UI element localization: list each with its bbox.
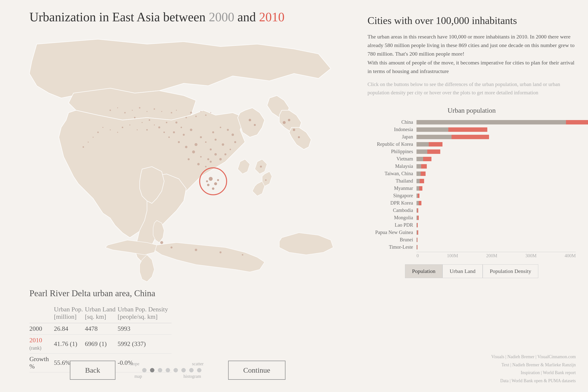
bar-country-label: Myanmar <box>368 186 416 191</box>
description: The urban areas in this research have 10… <box>368 32 576 76</box>
nav-dot-7[interactable] <box>189 368 194 372</box>
row-growth-label: Growth % <box>30 354 54 372</box>
bar-track <box>416 200 576 206</box>
svg-point-8 <box>210 148 212 150</box>
col-pop: Urban Pop.[million] <box>54 306 85 323</box>
bar-2010 <box>418 216 419 220</box>
bar-row[interactable]: Brunei <box>368 237 576 242</box>
bar-row[interactable]: China <box>368 119 576 125</box>
svg-point-35 <box>142 122 142 123</box>
bar-row[interactable]: Timor-Leste <box>368 244 576 250</box>
bar-2000 <box>416 186 419 190</box>
btn-population[interactable]: Population <box>405 264 442 278</box>
bar-track <box>416 127 576 132</box>
svg-point-68 <box>206 180 208 182</box>
svg-point-50 <box>254 124 256 126</box>
svg-point-84 <box>161 111 162 112</box>
svg-point-44 <box>102 127 104 128</box>
nav-dot-1[interactable] <box>142 368 146 372</box>
bar-2010 <box>419 186 422 190</box>
nav-sublabel-middle <box>142 374 184 379</box>
title-prefix: Urbanization in East Asia between <box>30 10 209 24</box>
bar-row[interactable]: Papua New Guinea <box>368 230 576 235</box>
svg-point-79 <box>124 112 126 114</box>
nav-sublabel-end <box>201 374 214 379</box>
map-svg <box>0 24 355 289</box>
title-year2: 2010 <box>259 10 284 24</box>
svg-point-80 <box>132 110 133 111</box>
btn-population-density[interactable]: Population Density <box>483 264 538 278</box>
svg-point-21 <box>214 139 216 141</box>
nav-dot-5[interactable] <box>174 368 178 372</box>
bar-row[interactable]: Republic of Korea <box>368 141 576 147</box>
bar-2010 <box>429 142 442 146</box>
nav-dot-4[interactable] <box>166 368 170 372</box>
row-land-2010: 6969 (1) <box>85 335 118 354</box>
svg-point-61 <box>160 241 163 244</box>
bar-row[interactable]: Thailand <box>368 178 576 184</box>
svg-point-72 <box>200 111 202 112</box>
nav-sublabel-spacer <box>130 374 134 379</box>
bar-country-label: Timor-Leste <box>368 244 416 250</box>
bar-row[interactable]: Philippines <box>368 149 576 154</box>
bar-row[interactable]: Lao PDR <box>368 222 576 228</box>
bar-row[interactable]: Mongolia <box>368 215 576 220</box>
svg-point-31 <box>158 126 160 128</box>
bar-chart: ChinaIndonesiaJapanRepublic of KoreaPhil… <box>368 119 576 250</box>
navigation: Back slope scatter <box>70 361 286 380</box>
svg-point-4 <box>194 143 198 146</box>
svg-point-12 <box>192 150 195 153</box>
svg-point-42 <box>117 132 118 133</box>
svg-point-29 <box>168 136 170 138</box>
continue-button[interactable]: Continue <box>228 361 286 380</box>
bar-row[interactable]: Indonesia <box>368 127 576 132</box>
bar-2010 <box>421 172 426 176</box>
bar-2010 <box>417 245 418 250</box>
bar-track <box>416 230 576 235</box>
credits: Visuals | Nadieh Bremer | VisualCinnamon… <box>491 353 576 385</box>
svg-point-45 <box>97 132 99 133</box>
nav-dot-8[interactable] <box>197 368 202 372</box>
title-connector: and <box>234 10 259 24</box>
nav-dot-6[interactable] <box>181 368 186 372</box>
svg-point-15 <box>205 166 206 167</box>
nav-dot-3[interactable] <box>158 368 162 372</box>
svg-point-53 <box>293 128 295 131</box>
description-hint: Click on the buttons below to see the di… <box>368 80 576 97</box>
title-year1: 2000 <box>209 10 234 24</box>
row-pop-2000: 26.84 <box>54 323 85 335</box>
bar-track <box>416 237 576 242</box>
bar-row[interactable]: Japan <box>368 134 576 140</box>
bar-row[interactable]: Myanmar <box>368 186 576 191</box>
btn-urban-land[interactable]: Urban Land <box>442 264 483 278</box>
svg-point-73 <box>205 114 206 116</box>
svg-point-58 <box>195 249 197 251</box>
bar-row[interactable]: Cambodia <box>368 208 576 213</box>
bar-row[interactable]: Taiwan, China <box>368 171 576 176</box>
bar-row[interactable]: Singapore <box>368 193 576 198</box>
axis-label-200m: 200M <box>486 253 497 258</box>
bar-row[interactable]: Vietnam <box>368 156 576 162</box>
svg-point-65 <box>207 184 210 186</box>
table-row: 2000 26.84 4478 5993 <box>30 323 172 335</box>
bar-2010 <box>417 230 418 235</box>
svg-point-24 <box>227 129 229 131</box>
btn-group: Population Urban Land Population Density <box>368 264 576 278</box>
bar-2010 <box>419 201 422 205</box>
svg-point-2 <box>190 128 192 131</box>
svg-point-77 <box>110 110 111 111</box>
bar-2010 <box>417 208 418 213</box>
bar-row[interactable]: DPR Korea <box>368 200 576 206</box>
svg-point-63 <box>209 177 213 181</box>
bar-row[interactable]: Malaysia <box>368 164 576 169</box>
chart-title: Urban population <box>368 106 576 114</box>
bar-2000 <box>416 157 423 161</box>
section-title: Cities with over 100,000 inhabitants <box>368 15 576 26</box>
back-button[interactable]: Back <box>70 361 116 380</box>
svg-point-83 <box>154 108 155 110</box>
svg-point-32 <box>166 122 167 123</box>
credit-line2: Text | Nadieh Bremer & Marlieke Ranzijn <box>491 361 576 369</box>
table-row: 2010 (rank) 41.76 (1) 6969 (1) 5992 (337… <box>30 335 172 354</box>
nav-dot-2[interactable] <box>150 368 154 372</box>
svg-point-9 <box>214 153 217 156</box>
